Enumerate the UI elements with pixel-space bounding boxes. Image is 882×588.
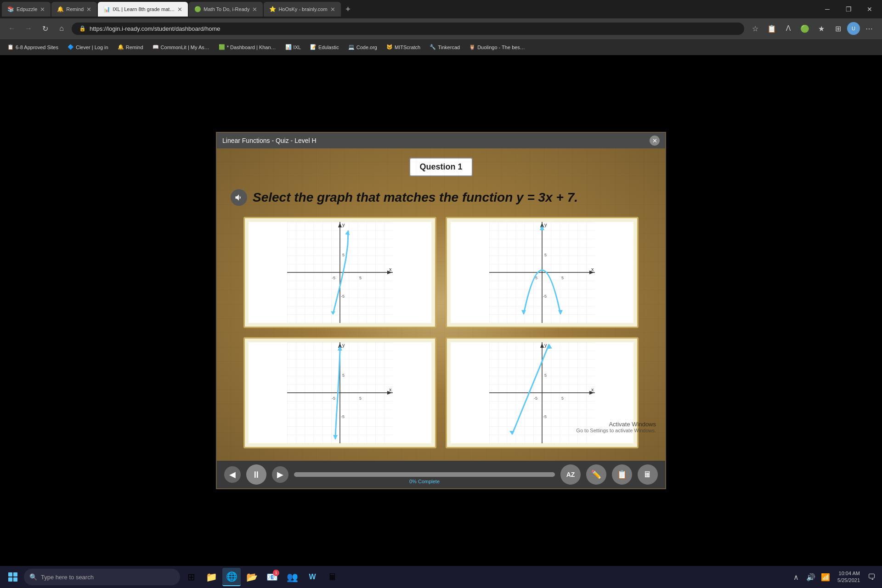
system-tray: ∧ 🔊 📶: [790, 571, 832, 583]
chevron-up-icon[interactable]: ∧: [790, 571, 803, 583]
window-controls: ─ ❐ ✕: [817, 0, 880, 18]
svg-text:5: 5: [561, 396, 564, 401]
bookmark-mitscratch[interactable]: 🐱 MITScratch: [383, 42, 424, 52]
tab-iready[interactable]: 🟢 Math To Do, i-Ready ✕: [189, 2, 263, 17]
activate-windows-line2: Go to Settings to activate Windows.: [576, 428, 656, 433]
taskbar-word[interactable]: W: [303, 568, 322, 586]
bookmark-codeorg[interactable]: 💻 Code.org: [345, 42, 381, 52]
modal-title: Linear Functions - Quiz - Level H: [222, 137, 317, 144]
home-button[interactable]: ⌂: [55, 22, 68, 35]
bookmark-remind[interactable]: 🔔 Remind: [114, 42, 147, 52]
tab-brainly-close[interactable]: ✕: [330, 6, 335, 13]
favorites-icon[interactable]: ☆: [748, 21, 763, 36]
tab-remind[interactable]: 🔔 Remind ✕: [51, 2, 97, 17]
question-formula: Select the graph that matches the functi…: [253, 190, 578, 205]
svg-text:5: 5: [359, 396, 362, 401]
svg-text:-5: -5: [341, 414, 345, 419]
forward-button[interactable]: →: [22, 22, 35, 35]
graph-b-inner: y x -5 5 5 -5: [451, 222, 633, 323]
back-button[interactable]: ←: [6, 22, 18, 35]
calculator-button[interactable]: 🖩: [638, 464, 658, 485]
bookmark-edulastic[interactable]: 📝 Edulastic: [306, 42, 343, 52]
tab-remind-close[interactable]: ✕: [86, 6, 91, 13]
start-button[interactable]: [4, 568, 22, 586]
new-tab-button[interactable]: +: [342, 3, 355, 16]
tab-edpuzzle-close[interactable]: ✕: [40, 6, 45, 13]
search-icon: 🔍: [29, 573, 37, 581]
bookmark-duolingo[interactable]: 🦉 Duolingo - The bes…: [465, 42, 529, 52]
taskbar-file-manager[interactable]: 📂: [243, 568, 261, 586]
graph-option-a[interactable]: y x -5 5 5 -5: [243, 217, 436, 328]
lock-icon: 🔒: [79, 25, 86, 32]
svg-text:x: x: [389, 387, 392, 392]
clever-favicon: 🔷: [68, 44, 74, 51]
taskbar-file-explorer[interactable]: 📁: [202, 568, 220, 586]
network-icon[interactable]: 📶: [819, 571, 832, 583]
graph-grid: y x -5 5 5 -5: [243, 217, 639, 448]
add-favorite-icon[interactable]: ★: [814, 21, 829, 36]
minimize-button[interactable]: ─: [817, 0, 838, 18]
next-button[interactable]: ▶: [272, 466, 288, 483]
question-badge: Question 1: [409, 158, 472, 176]
az-button[interactable]: AZ: [560, 464, 581, 485]
svg-text:-5: -5: [341, 294, 345, 299]
volume-icon[interactable]: 🔊: [804, 571, 817, 583]
notification-center-icon[interactable]: 🗨: [865, 571, 878, 583]
tab-ixl[interactable]: 📊 IXL | Learn 8th grade mat… ✕: [98, 2, 188, 17]
speaker-button[interactable]: [231, 189, 247, 206]
close-button[interactable]: ✕: [859, 0, 880, 18]
taskbar-teams[interactable]: 👥: [283, 568, 301, 586]
more-options-icon[interactable]: ⋯: [862, 21, 876, 36]
system-clock[interactable]: 10:04 AM 5/25/2021: [834, 570, 864, 584]
taskbar-task-view[interactable]: ⊞: [182, 568, 200, 586]
prev-button[interactable]: ◀: [224, 466, 241, 483]
reading-list-icon[interactable]: 📋: [764, 21, 779, 36]
pause-button[interactable]: ⏸: [246, 464, 266, 485]
mitscratch-favicon: 🐱: [386, 44, 393, 51]
restore-button[interactable]: ❐: [838, 0, 859, 18]
profile-icon[interactable]: ⊞: [831, 21, 845, 36]
toolbar-icons: ☆ 📋 Λ 🟢 ★ ⊞ U ⋯: [748, 21, 876, 36]
graph-option-c[interactable]: y x -5 5 5 -5: [243, 337, 436, 448]
bookmark-tinkercad[interactable]: 🔧 Tinkercad: [426, 42, 464, 52]
modal-close-button[interactable]: ✕: [650, 136, 660, 146]
taskbar-edge[interactable]: 🌐: [222, 568, 241, 586]
tab-iready-close[interactable]: ✕: [252, 6, 257, 13]
tab-bar: 📚 Edpuzzle ✕ 🔔 Remind ✕ 📊 IXL | Learn 8t…: [0, 0, 882, 18]
taskbar-mail[interactable]: 📧 1: [263, 568, 281, 586]
taskbar-calculator[interactable]: 🖩: [323, 568, 342, 586]
bookmark-approved-sites[interactable]: 📋 6-8 Approved Sites: [4, 42, 62, 52]
activate-windows-line1: Activate Windows: [576, 421, 656, 428]
copilot-icon[interactable]: 🟢: [797, 21, 812, 36]
tab-edpuzzle[interactable]: 📚 Edpuzzle ✕: [2, 2, 51, 17]
edpuzzle-favicon: 📚: [7, 6, 14, 12]
svg-text:y: y: [342, 222, 345, 227]
bookmark-commonlit[interactable]: 📖 CommonLit | My As…: [149, 42, 213, 52]
bookmark-clever-label: Clever | Log in: [76, 45, 108, 50]
duolingo-favicon: 🦉: [469, 44, 475, 51]
bookmark-mitscratch-label: MITScratch: [395, 45, 420, 50]
svg-text:-5: -5: [534, 396, 537, 401]
tab-remind-label: Remind: [66, 6, 84, 12]
bookmark-tinkercad-label: Tinkercad: [438, 45, 460, 50]
clipboard-button[interactable]: 📋: [612, 464, 632, 485]
graph-option-b[interactable]: y x -5 5 5 -5: [446, 217, 639, 328]
tab-ixl-close[interactable]: ✕: [177, 6, 182, 13]
collections-icon[interactable]: Λ: [781, 21, 796, 36]
svg-text:-5: -5: [543, 294, 547, 299]
reload-button[interactable]: ↻: [39, 22, 51, 35]
approved-sites-favicon: 📋: [7, 44, 14, 51]
tab-brainly[interactable]: ⭐ HoOsKy - brainly.com ✕: [264, 2, 340, 17]
bookmark-ixl[interactable]: 📊 IXL: [282, 42, 305, 52]
user-avatar[interactable]: U: [847, 22, 860, 35]
url-bar[interactable]: 🔒 https://login.i-ready.com/student/dash…: [72, 23, 744, 35]
tab-brainly-label: HoOsKy - brainly.com: [278, 6, 327, 12]
graph-b-svg: y x -5 5 5 -5: [451, 222, 633, 323]
taskbar-search[interactable]: 🔍 Type here to search: [24, 569, 180, 585]
pencil-button[interactable]: ✏️: [586, 464, 606, 485]
taskbar-search-placeholder: Type here to search: [41, 574, 94, 581]
bookmark-clever[interactable]: 🔷 Clever | Log in: [64, 42, 112, 52]
bookmark-khan[interactable]: 🟩 * Dashboard | Khan…: [215, 42, 280, 52]
svg-text:5: 5: [359, 276, 362, 280]
bookmarks-bar: 📋 6-8 Approved Sites 🔷 Clever | Log in 🔔…: [0, 39, 882, 55]
